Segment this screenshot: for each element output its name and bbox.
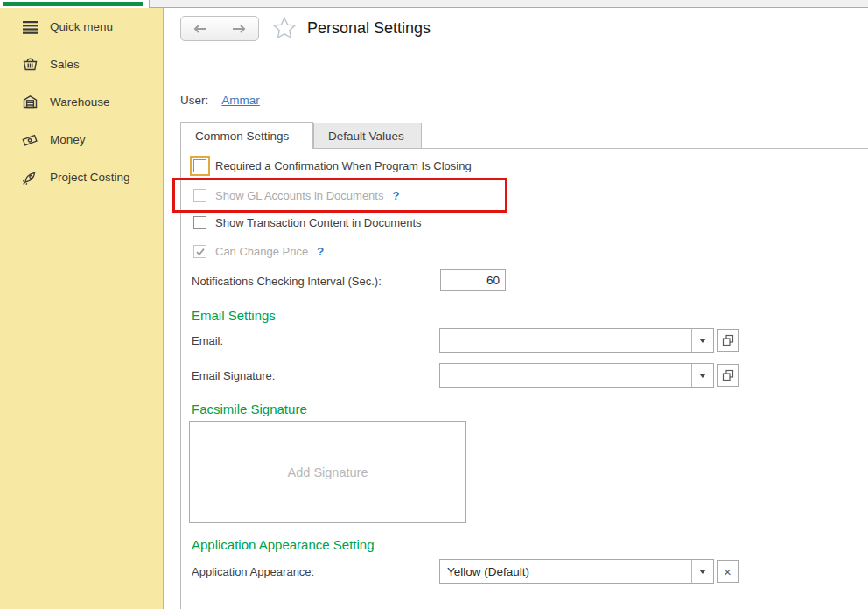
forward-button[interactable] — [220, 17, 259, 40]
quick-menu-icon — [21, 18, 38, 36]
money-banknote-icon — [21, 131, 38, 149]
checkbox-label: Show Transaction Content in Documents — [215, 216, 422, 229]
sidebar-item-label: Money — [50, 133, 86, 146]
page-title: Personal Settings — [307, 19, 430, 38]
checkmark-icon — [195, 247, 206, 257]
top-strip-right — [149, 0, 868, 8]
back-arrow-icon — [192, 24, 208, 34]
personal-settings-window: Quick menu Sales Warehouse Money Project… — [0, 0, 868, 609]
facsimile-signature-box[interactable]: Add Signature — [189, 421, 466, 523]
sidebar-item-label: Sales — [50, 58, 80, 71]
sidebar-item-warehouse[interactable]: Warehouse — [0, 83, 163, 121]
email-signature-combo-field — [439, 363, 714, 388]
choose-from-list-icon — [722, 369, 734, 382]
application-appearance-header: Application Appearance Setting — [192, 537, 374, 552]
email-signature-input[interactable] — [440, 364, 691, 387]
checkbox-show-transaction-content[interactable] — [193, 216, 206, 229]
sidebar-item-label: Warehouse — [50, 95, 110, 108]
checkbox-show-gl-accounts — [193, 189, 206, 202]
favorite-star-button[interactable] — [271, 15, 298, 41]
tab-label: Default Values — [328, 130, 404, 143]
chevron-down-icon — [699, 339, 706, 343]
checkbox-can-change-price — [193, 245, 206, 258]
email-dropdown-button[interactable] — [691, 329, 713, 352]
sidebar-item-label: Quick menu — [50, 20, 113, 33]
help-question-icon[interactable]: ? — [392, 189, 399, 202]
interval-label: Notifications Checking Interval (Sec.): — [192, 275, 382, 288]
interval-input[interactable] — [440, 270, 506, 291]
tab-label: Common Settings — [195, 130, 289, 143]
email-input[interactable] — [440, 329, 691, 352]
top-strip-left — [0, 0, 149, 8]
project-costing-rocket-icon — [21, 169, 38, 186]
application-appearance-combo-field — [439, 559, 714, 584]
forward-arrow-icon — [231, 24, 247, 34]
email-combo-field — [439, 328, 714, 353]
choose-from-list-icon — [722, 334, 734, 346]
email-settings-header: Email Settings — [192, 308, 276, 323]
chevron-down-icon — [699, 374, 706, 378]
clear-x-icon: × — [724, 565, 732, 578]
sidebar-item-project-costing[interactable]: Project Costing — [0, 158, 163, 196]
email-choose-button[interactable] — [717, 329, 738, 352]
sidebar-item-money[interactable]: Money — [0, 121, 163, 158]
email-label: Email: — [192, 334, 223, 347]
email-signature-choose-button[interactable] — [717, 364, 738, 387]
facsimile-signature-header: Facsimile Signature — [192, 402, 307, 416]
checkbox-label: Can Change Price — [215, 245, 308, 258]
application-appearance-dropdown-button[interactable] — [691, 560, 713, 583]
active-section-green-bar — [3, 2, 144, 6]
application-appearance-label: Application Appearance: — [192, 565, 314, 578]
tab-common-settings[interactable]: Common Settings — [180, 122, 313, 149]
add-signature-placeholder: Add Signature — [288, 466, 368, 480]
application-appearance-clear-button[interactable]: × — [717, 560, 738, 583]
email-signature-dropdown-button[interactable] — [691, 364, 713, 387]
user-link[interactable]: Ammar — [221, 94, 260, 107]
sales-basket-icon — [21, 56, 38, 74]
history-nav-group — [180, 16, 259, 41]
sidebar-item-label: Project Costing — [50, 171, 130, 184]
checkbox-confirmation-when-closing[interactable] — [193, 159, 206, 172]
user-label: User: — [180, 94, 208, 107]
star-icon — [271, 15, 298, 41]
back-button[interactable] — [181, 17, 220, 40]
help-question-icon[interactable]: ? — [317, 245, 324, 258]
chevron-down-icon — [699, 570, 706, 574]
tab-default-values[interactable]: Default Values — [313, 122, 422, 148]
checkbox-label: Show GL Accounts in Documents — [215, 189, 383, 202]
checkbox-label: Required a Confirmation When Program Is … — [215, 159, 472, 172]
sidebar: Quick menu Sales Warehouse Money Project… — [0, 8, 164, 609]
sidebar-item-quick-menu[interactable]: Quick menu — [0, 8, 163, 46]
email-signature-label: Email Signature: — [192, 369, 275, 382]
warehouse-icon — [21, 94, 38, 111]
application-appearance-input[interactable] — [440, 560, 691, 583]
sidebar-item-sales[interactable]: Sales — [0, 46, 163, 83]
